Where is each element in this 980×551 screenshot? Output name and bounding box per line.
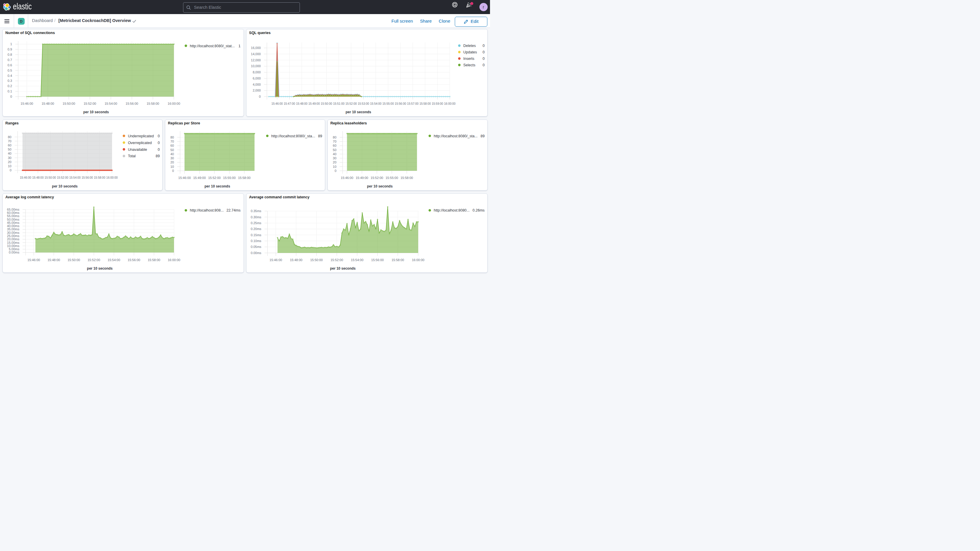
svg-text:0: 0	[483, 44, 485, 48]
svg-text:per 10 seconds: per 10 seconds	[52, 184, 78, 188]
svg-text:15:58:00: 15:58:00	[238, 176, 251, 180]
svg-text:50: 50	[333, 148, 336, 152]
svg-text:Number of SQL connections: Number of SQL connections	[5, 31, 55, 35]
svg-text:16:00:00: 16:00:00	[444, 102, 455, 105]
svg-text:70: 70	[333, 140, 336, 143]
svg-text:0.2: 0.2	[8, 84, 12, 88]
svg-text:15:52:00: 15:52:00	[84, 102, 96, 105]
svg-text:15:47:00: 15:47:00	[284, 102, 295, 105]
svg-text:Ranges: Ranges	[5, 121, 19, 125]
svg-text:15:56:00: 15:56:00	[126, 102, 138, 105]
svg-text:15:55:00: 15:55:00	[385, 176, 398, 180]
svg-text:15:58:00: 15:58:00	[94, 176, 105, 179]
svg-text:10,000: 10,000	[251, 64, 261, 68]
svg-text:per 10 seconds: per 10 seconds	[83, 110, 109, 114]
svg-text:15:56:00: 15:56:00	[371, 258, 384, 262]
svg-text:per 10 seconds: per 10 seconds	[330, 266, 356, 271]
svg-text:15:52:00: 15:52:00	[371, 176, 383, 180]
svg-text:25.00ms: 25.00ms	[7, 234, 20, 238]
svg-text:4,000: 4,000	[253, 83, 261, 86]
svg-text:0: 0	[172, 169, 174, 172]
svg-text:Replicas per Store: Replicas per Store	[168, 121, 200, 125]
svg-text:5.00ms: 5.00ms	[9, 247, 20, 251]
svg-text:89: 89	[156, 154, 160, 158]
svg-text:0.30ms: 0.30ms	[251, 215, 262, 219]
svg-text:15:56:00: 15:56:00	[127, 258, 140, 262]
svg-text:30.00ms: 30.00ms	[7, 231, 20, 234]
svg-text:15:52:00: 15:52:00	[345, 102, 357, 105]
svg-text:15:58:00: 15:58:00	[419, 102, 431, 105]
svg-text:0: 0	[158, 134, 160, 138]
svg-text:per 10 seconds: per 10 seconds	[87, 266, 113, 271]
svg-text:0.1: 0.1	[8, 89, 12, 93]
svg-text:15:59:00: 15:59:00	[432, 102, 443, 105]
svg-text:Average log commit latency: Average log commit latency	[5, 195, 54, 199]
svg-text:Inserts: Inserts	[463, 57, 474, 61]
svg-text:http://localhost:8080...: http://localhost:8080...	[434, 208, 469, 212]
svg-text:50: 50	[8, 148, 11, 151]
svg-text:Selects: Selects	[463, 63, 475, 67]
svg-text:89: 89	[318, 134, 322, 138]
svg-text:http://localhost:808...: http://localhost:808...	[190, 208, 224, 212]
svg-text:10: 10	[8, 164, 11, 168]
svg-text:15:55:00: 15:55:00	[223, 176, 235, 180]
svg-text:15:46:00: 15:46:00	[21, 102, 33, 105]
svg-text:16:00:00: 16:00:00	[412, 258, 425, 262]
svg-text:16:00:00: 16:00:00	[106, 176, 118, 179]
svg-text:12,000: 12,000	[251, 58, 261, 62]
svg-text:15:54:00: 15:54:00	[69, 176, 81, 179]
svg-text:0: 0	[259, 95, 261, 98]
svg-text:20.00ms: 20.00ms	[7, 237, 20, 241]
svg-text:15:46:00: 15:46:00	[270, 258, 282, 262]
svg-text:15:51:00: 15:51:00	[333, 102, 344, 105]
svg-text:65.00ms: 65.00ms	[7, 208, 20, 211]
svg-text:70: 70	[8, 139, 11, 143]
svg-text:60.00ms: 60.00ms	[7, 211, 20, 215]
svg-text:0.35ms: 0.35ms	[251, 209, 262, 213]
svg-text:15.00ms: 15.00ms	[7, 241, 20, 244]
svg-text:0.8: 0.8	[8, 53, 12, 56]
svg-text:40: 40	[170, 152, 174, 156]
svg-text:55.00ms: 55.00ms	[7, 214, 20, 218]
svg-text:80: 80	[8, 135, 11, 139]
svg-text:15:58:00: 15:58:00	[148, 258, 160, 262]
svg-text:15:54:00: 15:54:00	[108, 258, 120, 262]
svg-text:10.00ms: 10.00ms	[7, 244, 20, 248]
svg-text:0: 0	[483, 50, 485, 54]
svg-text:2,000: 2,000	[253, 89, 261, 92]
svg-text:0.9: 0.9	[8, 48, 12, 51]
svg-text:15:57:00: 15:57:00	[407, 102, 418, 105]
svg-text:1: 1	[10, 42, 12, 46]
svg-text:20: 20	[8, 160, 11, 164]
svg-text:80: 80	[170, 135, 174, 139]
svg-text:0: 0	[10, 169, 11, 172]
svg-text:15:48:00: 15:48:00	[42, 102, 54, 105]
svg-text:0: 0	[334, 169, 336, 172]
svg-text:15:52:00: 15:52:00	[330, 258, 343, 262]
svg-text:70: 70	[170, 140, 174, 143]
svg-text:15:58:00: 15:58:00	[401, 176, 413, 180]
svg-text:15:48:00: 15:48:00	[32, 176, 44, 179]
svg-text:0.00ms: 0.00ms	[251, 251, 262, 255]
svg-text:per 10 seconds: per 10 seconds	[367, 184, 393, 188]
svg-text:0.7: 0.7	[8, 58, 12, 62]
svg-text:16:00:00: 16:00:00	[167, 102, 180, 105]
svg-text:35.00ms: 35.00ms	[7, 228, 20, 231]
svg-text:30: 30	[8, 156, 11, 159]
svg-text:http://localhost:8080/_sta...: http://localhost:8080/_sta...	[271, 134, 315, 138]
svg-text:0.6: 0.6	[8, 64, 12, 67]
svg-text:15:46:00: 15:46:00	[27, 258, 40, 262]
svg-text:0.10ms: 0.10ms	[251, 239, 262, 243]
svg-text:0.20ms: 0.20ms	[251, 227, 262, 231]
svg-text:0.15ms: 0.15ms	[251, 233, 262, 237]
svg-text:0.26ms: 0.26ms	[473, 208, 485, 212]
svg-text:30: 30	[170, 156, 174, 160]
svg-text:per 10 seconds: per 10 seconds	[205, 184, 230, 188]
svg-text:15:52:00: 15:52:00	[208, 176, 221, 180]
svg-text:16:00:00: 16:00:00	[168, 258, 180, 262]
svg-text:40.00ms: 40.00ms	[7, 224, 20, 228]
svg-text:15:48:00: 15:48:00	[296, 102, 307, 105]
svg-text:15:49:00: 15:49:00	[193, 176, 206, 180]
svg-text:89: 89	[480, 134, 485, 138]
svg-text:15:48:00: 15:48:00	[290, 258, 302, 262]
